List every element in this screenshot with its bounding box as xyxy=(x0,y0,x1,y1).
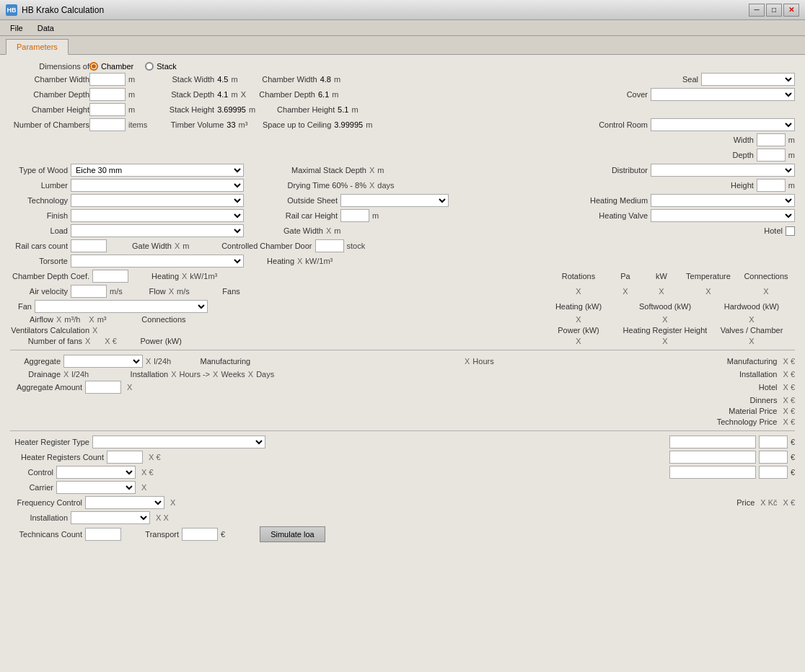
maximize-button[interactable]: □ xyxy=(766,4,782,17)
airflow-x: X xyxy=(56,315,61,324)
timber-volume-unit: m³ xyxy=(239,120,248,129)
installation-heater-label: Installation xyxy=(10,513,68,522)
heating-medium-select[interactable] xyxy=(651,194,795,207)
transport-input[interactable] xyxy=(182,528,218,541)
ch-height-label: Chamber Height xyxy=(10,105,89,114)
cost-euro-1[interactable] xyxy=(759,436,788,448)
row-air-velocity: Air velocity m/s Flow X m/s Fans X X X X… xyxy=(10,285,795,298)
row-depth-right: Depth m xyxy=(10,149,795,162)
num-chambers-input[interactable]: 1 xyxy=(89,118,126,131)
fan-select[interactable] xyxy=(35,300,208,313)
load-select[interactable] xyxy=(71,224,244,237)
rail-cars-input[interactable] xyxy=(71,239,107,252)
ch-depth-coef-input[interactable] xyxy=(92,270,128,283)
cover-label: Cover xyxy=(604,90,648,99)
radio-chamber[interactable] xyxy=(89,62,98,71)
menu-file[interactable]: File xyxy=(3,22,30,34)
width-input[interactable] xyxy=(757,133,786,146)
cover-select[interactable] xyxy=(651,88,795,101)
lumber-select[interactable] xyxy=(71,179,244,192)
radio-chamber-item[interactable]: Chamber xyxy=(89,62,133,71)
depth-input[interactable] xyxy=(757,149,786,162)
power-kw2-x: X xyxy=(535,337,622,345)
simulate-button[interactable]: Simulate loa xyxy=(260,526,325,542)
gate-width-label: Gate Width xyxy=(121,242,172,250)
heater-type-select[interactable] xyxy=(92,436,265,448)
seal-select[interactable] xyxy=(701,73,795,86)
distributor-select[interactable] xyxy=(651,164,795,177)
air-velocity-input[interactable] xyxy=(71,285,107,298)
manufacturing-label: Manufacturing xyxy=(193,357,250,366)
height-right-input[interactable] xyxy=(757,179,786,192)
hotel-cost-label: Hotel xyxy=(705,383,777,392)
transport-unit: € xyxy=(221,530,225,539)
airflow-unit2: m³ xyxy=(97,315,107,324)
controlled-door-input[interactable] xyxy=(315,239,344,252)
technicans-label: Technicans Count xyxy=(10,530,82,539)
wood-type-select[interactable]: Eiche 30 mm xyxy=(71,164,244,177)
airflow-label: Airflow xyxy=(10,315,53,324)
hotel-xe: X € xyxy=(783,383,795,392)
cost-euro-2[interactable] xyxy=(759,451,788,464)
hotel-checkbox[interactable] xyxy=(786,226,795,236)
hardwood-x: X xyxy=(708,315,795,324)
heating-col-label: Heating xyxy=(143,272,179,280)
row-technology: Technology Outside Sheet Heating Medium xyxy=(10,194,795,207)
fans-temp-x: X xyxy=(679,287,737,296)
tech-price-xe: X € xyxy=(783,417,795,426)
ch-width-unit: m xyxy=(128,75,135,84)
cost-input-1[interactable] xyxy=(669,436,756,448)
gate-width-unit: m xyxy=(182,242,189,250)
row-num-fans: Number of fans X X € Power (kW) X X X xyxy=(10,337,795,345)
stack-height-value: 3.69995 xyxy=(217,105,246,114)
installation-select[interactable] xyxy=(71,511,150,524)
menu-data[interactable]: Data xyxy=(30,22,61,34)
technicans-input[interactable] xyxy=(85,528,121,541)
heater-count-input[interactable] xyxy=(107,451,143,464)
fans-pa-x: X xyxy=(607,287,643,296)
dimensions-radio-group: Chamber Stack xyxy=(89,62,177,71)
ch-height-input[interactable]: 5.1 xyxy=(89,103,126,116)
cost-euro-3[interactable] xyxy=(759,466,788,479)
finish-select[interactable] xyxy=(71,209,244,222)
divider1 xyxy=(10,350,795,350)
divider2 xyxy=(10,430,795,431)
control-room-select[interactable] xyxy=(651,118,795,131)
installation-cost-label: Installation xyxy=(705,370,777,379)
close-button[interactable]: ✕ xyxy=(783,4,799,17)
main-content: Dimensions of Chamber Stack Chamber Widt… xyxy=(0,55,805,672)
freq-control-select[interactable] xyxy=(85,496,164,509)
carrier-select[interactable] xyxy=(56,481,136,494)
tab-parameters[interactable]: Parameters xyxy=(6,39,69,55)
aggregate-select[interactable] xyxy=(63,355,143,368)
heating-kw-label: Heating (kW) xyxy=(535,302,622,311)
radio-stack-item[interactable]: Stack xyxy=(145,62,177,71)
outside-sheet-label: Outside Sheet xyxy=(273,196,338,205)
heating-valve-select[interactable] xyxy=(651,209,795,222)
ch-width-input[interactable]: 4.8 xyxy=(89,73,126,86)
technology-select[interactable] xyxy=(71,194,244,207)
cost-input-2[interactable] xyxy=(669,451,756,464)
space-ceiling-unit: m xyxy=(366,120,372,129)
hotel-label: Hotel xyxy=(747,226,783,235)
rail-car-height-input[interactable] xyxy=(340,209,369,222)
control-select[interactable] xyxy=(56,466,136,479)
ch-depth-input[interactable]: 6.1 xyxy=(89,88,126,101)
ch-width2-label: Chamber Width xyxy=(260,75,317,84)
stack-width-label: Stack Width xyxy=(157,75,214,84)
depth-unit: m xyxy=(788,151,795,159)
cost-input-3[interactable] xyxy=(669,466,756,479)
minimize-button[interactable]: ─ xyxy=(749,4,765,17)
manufacturing-unit: Hours xyxy=(472,357,493,366)
agg-amount-input[interactable] xyxy=(85,381,121,394)
fan-label: Fan xyxy=(10,302,32,311)
manufacturing-xe: X € xyxy=(783,357,795,366)
drainage-x: X xyxy=(63,370,69,379)
outside-sheet-select[interactable] xyxy=(340,194,449,207)
row-material-price: Material Price X € xyxy=(10,407,795,415)
radio-stack[interactable] xyxy=(145,62,154,71)
row-technicans: Technicans Count Transport € Simulate lo… xyxy=(10,526,795,542)
torsorte-select[interactable] xyxy=(71,255,244,268)
euro-1: € xyxy=(791,438,795,446)
row-heights: Chamber Height 5.1 m Stack Height 3.6999… xyxy=(10,103,795,116)
